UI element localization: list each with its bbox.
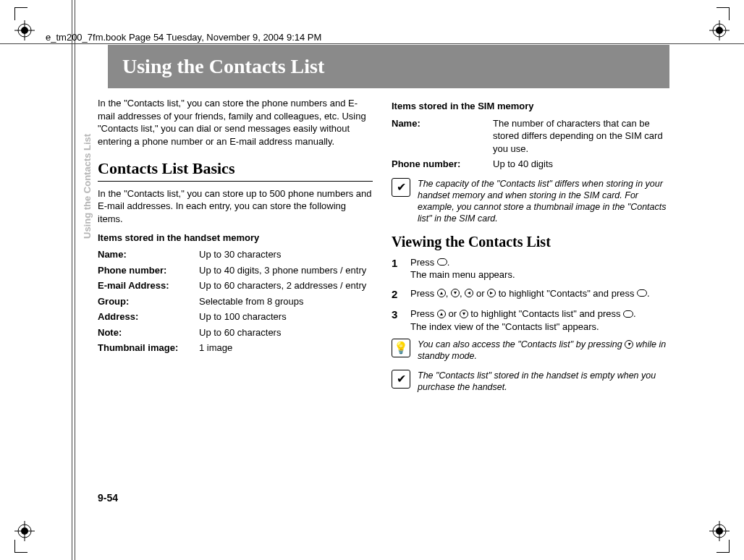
- crop-mark: [14, 7, 28, 20]
- content-area: Using the Contacts List In the "Contacts…: [98, 45, 669, 400]
- item-value: Up to 40 digits, 3 phone numbers / entry: [199, 263, 373, 279]
- step-row: 1 Press . The main menu appears.: [392, 256, 667, 281]
- step-number: 2: [392, 287, 403, 302]
- tip-box: 💡 You can also access the "Contacts list…: [392, 339, 667, 362]
- chapter-title: Using the Contacts List: [108, 55, 324, 78]
- step-number: 1: [392, 256, 403, 281]
- table-row: Note:Up to 60 characters: [98, 325, 373, 341]
- crop-mark: [716, 7, 730, 20]
- item-value: Up to 100 characters: [199, 309, 373, 325]
- step-subtext: The main menu appears.: [410, 269, 515, 280]
- page-number: 9-54: [98, 492, 118, 504]
- section-heading: Contacts List Basics: [98, 158, 373, 182]
- left-column: In the "Contacts list," you can store th…: [98, 97, 373, 400]
- step-row: 3 Press ▴ or ▾ to highlight "Contacts li…: [392, 307, 667, 333]
- down-button-icon: ▾: [625, 340, 633, 349]
- body-paragraph: In the "Contacts list," you can store up…: [98, 187, 373, 226]
- list-heading: Items stored in the handset memory: [98, 232, 373, 245]
- table-row: Thumbnail image:1 image: [98, 340, 373, 356]
- table-row: Group:Selectable from 8 groups: [98, 294, 373, 310]
- registration-mark-icon: [709, 20, 730, 41]
- button-glyph-icon: [623, 310, 633, 318]
- table-row: Phone number:Up to 40 digits, 3 phone nu…: [98, 263, 373, 279]
- step-text: Press . The main menu appears.: [410, 256, 667, 281]
- step-row: 2 Press ▴, ▾, ◂ or ▸ to highlight "Conta…: [392, 287, 667, 302]
- registration-mark-icon: [14, 20, 35, 41]
- up-button-icon: ▴: [437, 310, 446, 318]
- subsection-heading: Viewing the Contacts List: [392, 232, 667, 252]
- guide-line: [75, 0, 75, 560]
- right-button-icon: ▸: [487, 289, 496, 297]
- button-glyph-icon: [637, 289, 647, 297]
- registration-mark-icon: [14, 521, 35, 541]
- item-label: E-mail Address:: [98, 278, 199, 294]
- handset-items-table: Name:Up to 30 characters Phone number:Up…: [98, 247, 373, 356]
- crop-mark: [716, 540, 730, 553]
- two-column-layout: In the "Contacts list," you can store th…: [98, 97, 669, 400]
- chapter-title-bar: Using the Contacts List: [98, 45, 669, 88]
- running-header: e_tm200_7fm.book Page 54 Tuesday, Novemb…: [46, 32, 321, 43]
- tip-text: You can also access the "Contacts list" …: [418, 339, 667, 362]
- item-label: Name:: [392, 116, 493, 157]
- table-row: Address:Up to 100 characters: [98, 309, 373, 325]
- table-row: Name:The number of characters that can b…: [392, 116, 667, 157]
- down-button-icon: ▾: [451, 289, 460, 297]
- sim-items-table: Name:The number of characters that can b…: [392, 116, 667, 172]
- down-button-icon: ▾: [460, 310, 468, 318]
- lightbulb-icon: 💡: [392, 339, 410, 357]
- crop-mark: [14, 540, 28, 553]
- page-root: e_tm200_7fm.book Page 54 Tuesday, Novemb…: [0, 0, 744, 560]
- table-row: Name:Up to 30 characters: [98, 247, 373, 263]
- item-value: Up to 30 characters: [199, 247, 373, 263]
- step-number: 3: [392, 307, 403, 333]
- item-value: Up to 60 characters: [199, 325, 373, 341]
- item-label: Thumbnail image:: [98, 340, 199, 356]
- item-value: Up to 40 digits: [493, 156, 667, 172]
- section-side-label: Using the Contacts List: [82, 134, 93, 239]
- right-column: Items stored in the SIM memory Name:The …: [392, 97, 667, 400]
- check-icon: ✔: [392, 178, 410, 197]
- item-label: Group:: [98, 294, 199, 310]
- item-value: 1 image: [199, 340, 373, 356]
- item-value: Selectable from 8 groups: [199, 294, 373, 310]
- note-box: ✔ The "Contacts list" stored in the hand…: [392, 370, 667, 394]
- intro-paragraph: In the "Contacts list," you can store th…: [98, 97, 373, 148]
- item-label: Phone number:: [392, 156, 493, 172]
- note-text: The "Contacts list" stored in the handse…: [418, 370, 667, 394]
- registration-mark-icon: [709, 521, 730, 541]
- guide-line: [0, 43, 744, 44]
- note-text: The capacity of the "Contacts list" diff…: [418, 178, 667, 225]
- guide-line: [72, 0, 72, 560]
- item-label: Phone number:: [98, 263, 199, 279]
- item-label: Name:: [98, 247, 199, 263]
- check-icon: ✔: [392, 370, 410, 389]
- step-subtext: The index view of the "Contacts list" ap…: [410, 321, 599, 332]
- button-glyph-icon: [437, 258, 447, 266]
- up-button-icon: ▴: [437, 289, 446, 297]
- item-value: The number of characters that can be sto…: [493, 116, 667, 157]
- item-label: Address:: [98, 309, 199, 325]
- note-box: ✔ The capacity of the "Contacts list" di…: [392, 178, 667, 225]
- step-text: Press ▴ or ▾ to highlight "Contacts list…: [410, 307, 667, 333]
- item-value: Up to 60 characters, 2 addresses / entry: [199, 278, 373, 294]
- item-label: Note:: [98, 325, 199, 341]
- list-heading: Items stored in the SIM memory: [392, 100, 667, 113]
- table-row: Phone number:Up to 40 digits: [392, 156, 667, 172]
- table-row: E-mail Address:Up to 60 characters, 2 ad…: [98, 278, 373, 294]
- step-text: Press ▴, ▾, ◂ or ▸ to highlight "Contact…: [410, 287, 667, 302]
- left-button-icon: ◂: [465, 289, 473, 297]
